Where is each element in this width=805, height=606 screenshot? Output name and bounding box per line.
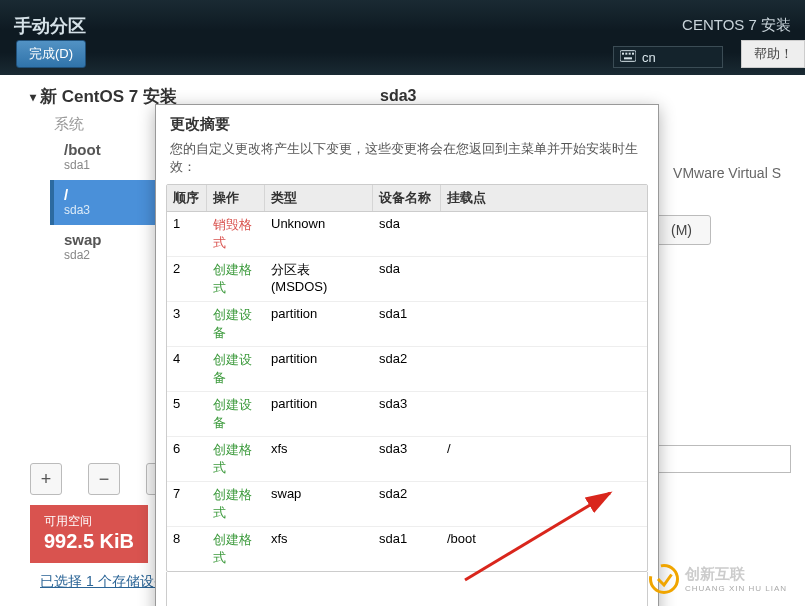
table-row[interactable]: 1销毁格式Unknownsda: [167, 212, 647, 257]
table-row[interactable]: 7创建格式swapsda2: [167, 482, 647, 527]
table-row[interactable]: 3创建设备partitionsda1: [167, 302, 647, 347]
cell-order: 7: [167, 482, 207, 526]
table-empty-area: [166, 572, 648, 606]
col-type[interactable]: 类型: [265, 185, 373, 211]
col-order[interactable]: 顺序: [167, 185, 207, 211]
cell-order: 8: [167, 527, 207, 571]
remove-partition-button[interactable]: −: [88, 463, 120, 495]
available-space-value: 992.5 KiB: [44, 530, 134, 553]
category-label: 系统: [54, 115, 84, 134]
done-button[interactable]: 完成(D): [16, 40, 86, 68]
watermark-logo: 创新互联 CHUANG XIN HU LIAN: [649, 564, 787, 594]
cell-type: partition: [265, 347, 373, 391]
installer-title: CENTOS 7 安装: [682, 16, 791, 35]
device-model-text: VMware Virtual S: [673, 165, 781, 181]
svg-rect-5: [624, 57, 632, 59]
cell-device: sda2: [373, 347, 441, 391]
cell-mount: [441, 482, 647, 526]
cell-type: xfs: [265, 527, 373, 571]
cell-mount: /boot: [441, 527, 647, 571]
top-bar: 手动分区 CENTOS 7 安装 完成(D) cn 帮助！: [0, 0, 805, 75]
svg-rect-4: [632, 52, 634, 54]
table-row[interactable]: 4创建设备partitionsda2: [167, 347, 647, 392]
cell-order: 1: [167, 212, 207, 256]
table-row[interactable]: 8创建格式xfssda1/boot: [167, 527, 647, 571]
logo-text: 创新互联: [685, 565, 787, 584]
cell-order: 6: [167, 437, 207, 481]
cell-operation: 创建设备: [207, 347, 265, 391]
cell-device: sda1: [373, 527, 441, 571]
svg-rect-2: [625, 52, 627, 54]
collapse-icon: ▾: [30, 90, 36, 104]
col-mount[interactable]: 挂载点: [441, 185, 647, 211]
table-row[interactable]: 6创建格式xfssda3/: [167, 437, 647, 482]
cell-device: sda3: [373, 437, 441, 481]
cell-order: 5: [167, 392, 207, 436]
keyboard-layout-selector[interactable]: cn: [613, 46, 723, 68]
cell-type: swap: [265, 482, 373, 526]
available-space-label: 可用空间: [44, 513, 134, 530]
keyboard-icon: [620, 50, 636, 65]
cell-device: sda: [373, 257, 441, 301]
cell-type: xfs: [265, 437, 373, 481]
changes-table: 顺序 操作 类型 设备名称 挂载点 1销毁格式Unknownsda2创建格式分区…: [166, 184, 648, 572]
add-partition-button[interactable]: +: [30, 463, 62, 495]
cell-mount: [441, 212, 647, 256]
cell-device: sda3: [373, 392, 441, 436]
cell-operation: 创建格式: [207, 527, 265, 571]
keyboard-layout-value: cn: [642, 50, 656, 65]
selected-partition-label: sda3: [380, 87, 416, 105]
col-device[interactable]: 设备名称: [373, 185, 441, 211]
cell-operation: 创建格式: [207, 482, 265, 526]
cell-type: partition: [265, 302, 373, 346]
table-header-row: 顺序 操作 类型 设备名称 挂载点: [167, 185, 647, 212]
table-row[interactable]: 2创建格式分区表 (MSDOS)sda: [167, 257, 647, 302]
col-operation[interactable]: 操作: [207, 185, 265, 211]
cell-device: sda1: [373, 302, 441, 346]
cell-operation: 创建格式: [207, 437, 265, 481]
cell-type: partition: [265, 392, 373, 436]
cell-order: 2: [167, 257, 207, 301]
cell-mount: [441, 257, 647, 301]
cell-type: Unknown: [265, 212, 373, 256]
cell-operation: 创建设备: [207, 302, 265, 346]
help-button[interactable]: 帮助！: [741, 40, 805, 68]
svg-rect-0: [620, 50, 636, 61]
cell-operation: 销毁格式: [207, 212, 265, 256]
logo-subtext: CHUANG XIN HU LIAN: [685, 584, 787, 593]
cell-order: 3: [167, 302, 207, 346]
dialog-description: 您的自定义更改将产生以下变更，这些变更将会在您返回到主菜单并开始安装时生效：: [156, 140, 658, 184]
svg-rect-3: [629, 52, 631, 54]
table-row[interactable]: 5创建设备partitionsda3: [167, 392, 647, 437]
cell-order: 4: [167, 347, 207, 391]
change-summary-dialog: 更改摘要 您的自定义更改将产生以下变更，这些变更将会在您返回到主菜单并开始安装时…: [155, 104, 659, 606]
cell-device: sda: [373, 212, 441, 256]
modify-button[interactable]: (M): [652, 215, 711, 245]
page-title: 手动分区: [14, 14, 86, 38]
svg-point-7: [650, 566, 677, 593]
cell-operation: 创建设备: [207, 392, 265, 436]
available-space-box: 可用空间 992.5 KiB: [30, 505, 148, 563]
svg-rect-1: [622, 52, 624, 54]
cell-mount: [441, 392, 647, 436]
cell-type: 分区表 (MSDOS): [265, 257, 373, 301]
cell-device: sda2: [373, 482, 441, 526]
cell-mount: [441, 302, 647, 346]
cell-mount: /: [441, 437, 647, 481]
cell-mount: [441, 347, 647, 391]
dialog-title: 更改摘要: [156, 105, 658, 140]
cell-operation: 创建格式: [207, 257, 265, 301]
